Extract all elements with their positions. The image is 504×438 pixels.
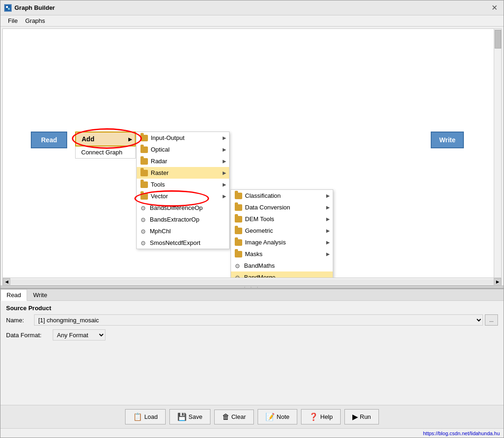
- gear-icon: ⚙: [140, 240, 147, 246]
- note-button[interactable]: 📝 Note: [258, 409, 297, 424]
- run-button[interactable]: ▶ Run: [344, 409, 379, 424]
- title-bar: Graph Builder ✕: [0, 0, 504, 15]
- clear-button[interactable]: 🗑 Clear: [214, 410, 254, 424]
- folder-icon: [140, 135, 148, 141]
- menu-data-conversion[interactable]: Data Conversion ▶: [231, 202, 333, 213]
- scroll-right-button[interactable]: ▶: [494, 278, 501, 285]
- panel-content: Source Product Name: [1] chongming_mosai…: [0, 301, 504, 405]
- tabs-row: Read Write: [0, 289, 504, 301]
- menu-input-output[interactable]: Input-Output ▶: [137, 132, 229, 144]
- scroll-left-button[interactable]: ◀: [3, 278, 10, 285]
- menu-radar[interactable]: Radar ▶: [137, 155, 229, 167]
- load-icon: 📋: [133, 412, 142, 421]
- menu-graphs[interactable]: Graphs: [21, 16, 49, 25]
- graph-canvas: Read Write Add Connect Graph Input-O: [3, 29, 501, 278]
- menu-bands-extractor-op[interactable]: ⚙ BandsExtractorOp: [137, 214, 229, 225]
- window-title: Graph Builder: [14, 4, 489, 11]
- name-row: Name: [1] chongming_mosaic ...: [6, 314, 498, 326]
- folder-icon: [235, 216, 242, 222]
- gear-icon: ⚙: [140, 228, 147, 235]
- tab-read[interactable]: Read: [0, 289, 27, 301]
- gear-icon: ⚙: [140, 205, 147, 211]
- main-window: Graph Builder ✕ File Graphs Read Write: [0, 0, 504, 438]
- load-button[interactable]: 📋 Load: [125, 409, 166, 424]
- tab-write[interactable]: Write: [27, 289, 53, 300]
- menu-bandmerge[interactable]: ⚙ BandMerge: [231, 271, 333, 278]
- folder-icon: [140, 170, 148, 176]
- horizontal-scrollbar[interactable]: ◀ ▶: [3, 278, 501, 285]
- menu-optical[interactable]: Optical ▶: [137, 144, 229, 155]
- save-icon: 💾: [177, 412, 187, 421]
- write-node[interactable]: Write: [431, 132, 464, 148]
- help-button[interactable]: ❓ Help: [301, 409, 341, 424]
- menu-bandmaths[interactable]: ⚙ BandMaths: [231, 260, 333, 271]
- menu-vector[interactable]: Vector ▶: [137, 190, 229, 202]
- folder-icon: [235, 228, 242, 234]
- format-label: Data Format:: [6, 332, 53, 339]
- menu-dem-tools[interactable]: DEM Tools ▶: [231, 213, 333, 225]
- source-product-heading: Source Product: [6, 305, 498, 312]
- help-icon: ❓: [309, 412, 318, 421]
- menu-bar: File Graphs: [0, 15, 504, 27]
- folder-icon: [140, 181, 148, 188]
- svg-rect-1: [6, 6, 8, 8]
- browse-button[interactable]: ...: [485, 314, 498, 326]
- connect-graph-item[interactable]: Connect Graph: [75, 146, 136, 159]
- close-button[interactable]: ✕: [489, 2, 500, 14]
- menu-geometric[interactable]: Geometric ▶: [231, 225, 333, 236]
- folder-icon: [235, 239, 242, 246]
- name-input-row: [1] chongming_mosaic ...: [34, 314, 498, 326]
- format-row: Data Format: Any Format BEAM-DIMAP GeoTI…: [6, 329, 498, 341]
- gear-icon: ⚙: [235, 274, 241, 278]
- save-button[interactable]: 💾 Save: [169, 409, 210, 424]
- menu-tools[interactable]: Tools ▶: [137, 179, 229, 190]
- folder-icon: [140, 193, 148, 200]
- status-bar: https://blog.csdn.net/lidahunda.hu: [0, 428, 504, 438]
- folder-icon: [235, 251, 242, 257]
- app-icon: [4, 4, 12, 12]
- menu-file[interactable]: File: [4, 16, 21, 25]
- folder-icon: [235, 204, 242, 211]
- menu-masks[interactable]: Masks ▶: [231, 248, 333, 260]
- name-select[interactable]: [1] chongming_mosaic: [34, 314, 483, 326]
- folder-icon: [140, 146, 148, 153]
- dropdown-level2: Classification ▶ Data Conversion ▶ DEM T…: [231, 189, 333, 278]
- add-menu-container: Add Connect Graph: [75, 132, 136, 159]
- menu-image-analysis[interactable]: Image Analysis ▶: [231, 236, 333, 248]
- menu-bands-diff-op[interactable]: ⚙ BandsDifferenceOp: [137, 202, 229, 214]
- clear-icon: 🗑: [222, 413, 230, 421]
- menu-smos-export[interactable]: ⚙ SmosNetcdfExport: [137, 237, 229, 249]
- dropdown-level1: Input-Output ▶ Optical ▶ Radar ▶: [136, 132, 230, 249]
- add-button[interactable]: Add: [75, 132, 136, 146]
- folder-icon: [235, 193, 242, 199]
- folder-icon: [140, 158, 148, 165]
- format-select[interactable]: Any Format BEAM-DIMAP GeoTIFF NetCDF: [53, 329, 105, 341]
- menu-classification[interactable]: Classification ▶: [231, 190, 333, 202]
- menu-mph-chl[interactable]: ⚙ MphChl: [137, 225, 229, 237]
- note-icon: 📝: [266, 412, 275, 421]
- name-label: Name:: [6, 317, 34, 324]
- gear-icon: ⚙: [140, 216, 147, 223]
- bottom-toolbar: 📋 Load 💾 Save 🗑 Clear 📝 Note ❓ Help ▶ Ru…: [0, 405, 504, 428]
- svg-rect-2: [8, 8, 10, 10]
- vertical-scrollbar[interactable]: [494, 29, 501, 278]
- status-url: https://blog.csdn.net/lidahunda.hu: [423, 431, 500, 436]
- run-icon: ▶: [352, 412, 358, 421]
- bottom-panel: Read Write Source Product Name: [1] chon…: [0, 288, 504, 405]
- read-node[interactable]: Read: [31, 132, 67, 148]
- gear-icon: ⚙: [235, 263, 241, 269]
- menu-raster[interactable]: Raster ▶: [137, 167, 229, 179]
- scroll-track: [10, 279, 494, 284]
